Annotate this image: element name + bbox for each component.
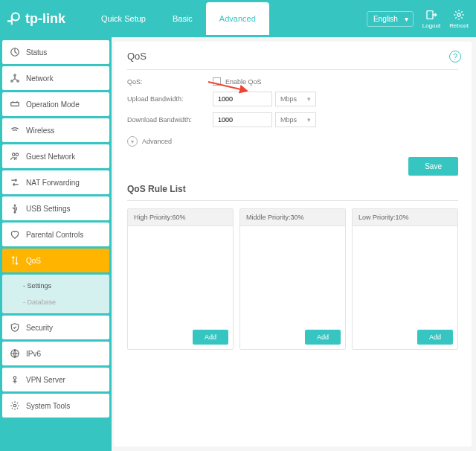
download-label: Download Bandwidth:	[127, 116, 213, 124]
nav-tabs: Quick Setup Basic Advanced	[88, 2, 269, 35]
sidebar-item-guest-network[interactable]: Guest Network	[2, 144, 109, 168]
system-icon	[10, 400, 20, 411]
svg-point-0	[12, 13, 19, 21]
svg-point-5	[11, 80, 13, 82]
svg-line-14	[208, 82, 247, 91]
reboot-icon	[453, 9, 465, 21]
chevron-down-icon: ▾	[127, 136, 138, 147]
header: tp-link Quick Setup Basic Advanced Engli…	[0, 0, 476, 37]
sidebar-item-qos[interactable]: QoS	[2, 249, 109, 272]
sidebar-subitem-settings[interactable]: - Settings	[2, 278, 109, 294]
download-unit-select[interactable]: Mbps	[275, 112, 316, 127]
sidebar: Status Network Operation Mode Wireless G…	[0, 37, 112, 451]
sidebar-subitems: - Settings - Database	[2, 275, 109, 313]
security-icon	[10, 322, 20, 333]
svg-point-13	[13, 404, 16, 407]
rule-body-high	[128, 226, 233, 325]
sidebar-item-wireless[interactable]: Wireless	[2, 118, 109, 142]
usb-icon	[10, 203, 20, 214]
add-button-low[interactable]: Add	[417, 330, 453, 345]
rule-head-high: High Priority:60%	[128, 209, 233, 226]
header-right: English Logout Reboot	[367, 9, 469, 29]
logout-button[interactable]: Logout	[422, 9, 440, 29]
rule-body-low	[353, 226, 457, 325]
add-button-high[interactable]: Add	[193, 330, 228, 345]
rule-columns: High Priority:60% Add Middle Priority:30…	[127, 208, 458, 350]
svg-point-12	[13, 377, 16, 380]
logout-icon	[425, 9, 437, 21]
sidebar-item-system-tools[interactable]: System Tools	[2, 394, 109, 418]
brand-logo: tp-link	[7, 11, 65, 27]
upload-label: Upload Bandwidth:	[127, 95, 213, 103]
svg-rect-1	[427, 10, 433, 19]
rule-head-low: Low Priority:10%	[353, 209, 457, 226]
sidebar-item-security[interactable]: Security	[2, 316, 109, 339]
status-icon	[10, 47, 20, 57]
sidebar-item-usb-settings[interactable]: USB Settings	[2, 196, 109, 220]
sidebar-subitem-database[interactable]: - Database	[2, 294, 109, 310]
qos-icon	[10, 255, 20, 266]
sidebar-item-parental-controls[interactable]: Parental Controls	[2, 223, 109, 246]
qos-label: QoS:	[127, 78, 213, 86]
sidebar-item-operation-mode[interactable]: Operation Mode	[2, 92, 109, 116]
nat-icon	[10, 177, 20, 188]
tab-basic[interactable]: Basic	[159, 2, 206, 35]
rule-body-middle	[240, 226, 345, 325]
rule-col-low: Low Priority:10% Add	[352, 208, 458, 350]
svg-point-6	[17, 80, 19, 82]
save-button[interactable]: Save	[408, 157, 458, 176]
divider	[127, 200, 458, 201]
network-icon	[10, 73, 20, 83]
svg-point-2	[457, 13, 460, 16]
sidebar-item-vpn-server[interactable]: VPN Server	[2, 368, 109, 391]
svg-point-4	[14, 74, 16, 76]
rule-col-high: High Priority:60% Add	[127, 208, 234, 350]
wireless-icon	[10, 125, 20, 135]
svg-rect-7	[11, 103, 19, 106]
page-title: QoS	[127, 51, 458, 62]
opmode-icon	[10, 99, 20, 109]
tplink-logo-icon	[7, 11, 22, 26]
tab-quick-setup[interactable]: Quick Setup	[88, 2, 159, 35]
ipv6-icon	[10, 348, 20, 359]
sidebar-item-status[interactable]: Status	[2, 40, 109, 64]
download-bandwidth-input[interactable]	[213, 112, 272, 127]
upload-unit-select[interactable]: Mbps	[275, 92, 316, 106]
svg-point-8	[13, 153, 16, 156]
reboot-button[interactable]: Reboot	[449, 9, 469, 29]
annotation-arrow	[207, 79, 251, 94]
sidebar-item-ipv6[interactable]: IPv6	[2, 342, 109, 365]
rule-head-middle: Middle Priority:30%	[240, 209, 345, 226]
add-button-middle[interactable]: Add	[305, 330, 341, 345]
svg-point-9	[16, 153, 19, 156]
main-panel: ? QoS QoS: Enable QoS Upload Bandwidth: …	[114, 42, 472, 447]
brand-text: tp-link	[25, 11, 65, 27]
parental-icon	[10, 229, 20, 240]
help-icon[interactable]: ?	[449, 51, 461, 63]
rule-col-middle: Middle Priority:30% Add	[239, 208, 346, 350]
sidebar-item-network[interactable]: Network	[2, 66, 109, 90]
guest-icon	[10, 151, 20, 161]
advanced-toggle[interactable]: ▾ Advanced	[127, 136, 458, 147]
sidebar-item-nat-forwarding[interactable]: NAT Forwarding	[2, 170, 109, 194]
divider	[127, 69, 458, 70]
vpn-icon	[10, 374, 20, 385]
language-select[interactable]: English	[367, 11, 414, 27]
tab-advanced[interactable]: Advanced	[206, 2, 269, 35]
rule-list-title: QoS Rule List	[127, 184, 458, 194]
